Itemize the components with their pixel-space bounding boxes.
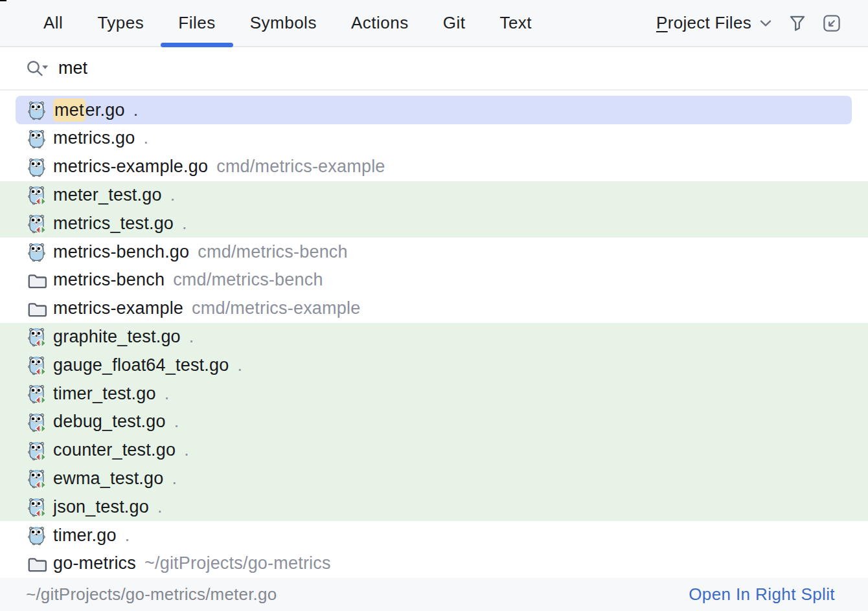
tab-label: Text <box>499 13 532 33</box>
tab-label: Files <box>178 13 215 33</box>
selection-highlight <box>16 96 852 124</box>
result-row[interactable]: metrics-example.go cmd/metrics-example <box>0 153 868 181</box>
search-everywhere-tabbar: AllTypesFilesSymbolsActionsGitText Proje… <box>0 0 868 47</box>
result-filename: counter_test.go <box>53 440 176 460</box>
filter-icon[interactable] <box>790 14 805 32</box>
statusbar: ~/gitProjects/go-metrics/meter.go Open I… <box>0 578 868 611</box>
go-test-file-icon <box>29 355 48 375</box>
go-file-icon <box>29 242 48 261</box>
result-row[interactable]: timer_test.go . <box>0 379 868 408</box>
result-location: ~/gitProjects/go-metrics <box>144 553 331 573</box>
result-row[interactable]: counter_test.go . <box>0 436 868 465</box>
tab-git[interactable]: Git <box>443 0 466 46</box>
result-filename: timer.go <box>53 526 117 546</box>
result-location: . <box>165 384 170 404</box>
go-test-file-icon <box>29 441 48 460</box>
result-location: . <box>174 412 179 432</box>
result-location: . <box>182 214 187 234</box>
result-row[interactable]: metrics.go . <box>0 124 868 153</box>
scope-label: Project Files <box>656 13 751 33</box>
result-filename: json_test.go <box>53 497 149 517</box>
result-location: cmd/metrics-bench <box>173 270 323 290</box>
tab-text[interactable]: Text <box>499 0 532 46</box>
result-location: . <box>157 497 163 517</box>
results-list: meter.go . metrics.go . <box>0 91 868 578</box>
result-filename: go-metrics <box>53 553 136 573</box>
search-with-history-icon[interactable] <box>27 60 49 76</box>
result-location: . <box>125 526 130 546</box>
scope-label-rest: roject Files <box>668 13 751 32</box>
result-row[interactable]: gauge_float64_test.go . <box>0 351 868 379</box>
tab-types[interactable]: Types <box>97 0 144 46</box>
go-file-icon <box>29 526 48 545</box>
scope-mnemonic: P <box>656 13 668 32</box>
result-filename: meter.go <box>53 100 125 120</box>
result-filename: metrics-example <box>53 298 183 318</box>
search-row[interactable]: met <box>0 47 868 91</box>
directory-icon <box>29 271 48 290</box>
result-row[interactable]: metrics-bench cmd/metrics-bench <box>0 266 868 294</box>
result-row[interactable]: graphite_test.go . <box>0 323 868 351</box>
tab-actions[interactable]: Actions <box>351 0 409 46</box>
result-filename: metrics-example.go <box>53 157 208 177</box>
result-location: . <box>184 440 189 460</box>
result-row[interactable]: meter.go . <box>0 96 868 124</box>
result-location: cmd/metrics-example <box>216 157 385 177</box>
result-row[interactable]: meter_test.go . <box>0 181 868 210</box>
result-row[interactable]: debug_test.go . <box>0 408 868 436</box>
directory-icon <box>29 554 48 573</box>
go-file-icon <box>29 157 48 177</box>
go-test-file-icon <box>29 327 48 346</box>
open-in-find-window-icon[interactable] <box>823 14 841 32</box>
go-test-file-icon <box>29 469 48 488</box>
result-location: . <box>237 355 242 375</box>
result-filename: gauge_float64_test.go <box>53 355 229 375</box>
go-file-icon <box>29 100 48 120</box>
result-filename: debug_test.go <box>53 412 166 432</box>
result-row[interactable]: metrics-example cmd/metrics-example <box>0 294 868 323</box>
result-location: . <box>172 469 177 489</box>
go-test-file-icon <box>29 185 48 205</box>
result-filename: timer_test.go <box>53 384 156 404</box>
result-filename: metrics_test.go <box>53 214 174 234</box>
tabs: AllTypesFilesSymbolsActionsGitText <box>43 0 532 46</box>
result-location: . <box>170 185 176 205</box>
tab-label: Symbols <box>250 13 317 33</box>
window-corner-artifact <box>0 0 6 1</box>
tab-symbols[interactable]: Symbols <box>250 0 317 46</box>
result-filename: metrics.go <box>53 128 135 148</box>
result-location: cmd/metrics-example <box>192 298 360 318</box>
result-row[interactable]: timer.go . <box>0 521 868 550</box>
go-test-file-icon <box>29 412 48 432</box>
directory-icon <box>29 299 48 318</box>
result-filename: graphite_test.go <box>53 327 181 347</box>
tab-files[interactable]: Files <box>178 0 215 46</box>
go-test-file-icon <box>29 384 48 403</box>
tab-all[interactable]: All <box>43 0 63 46</box>
tab-label: Types <box>97 13 144 33</box>
tab-label: Actions <box>351 13 409 33</box>
search-input[interactable]: met <box>58 58 87 78</box>
open-in-right-split-link[interactable]: Open In Right Split <box>689 584 835 605</box>
result-row[interactable]: metrics-bench.go cmd/metrics-bench <box>0 238 868 266</box>
result-filename: metrics-bench.go <box>53 242 189 262</box>
result-location: . <box>189 327 194 347</box>
result-row[interactable]: go-metrics ~/gitProjects/go-metrics <box>0 550 868 578</box>
result-row[interactable]: json_test.go . <box>0 493 868 521</box>
result-location: . <box>144 128 149 148</box>
result-filename: meter_test.go <box>53 185 162 205</box>
go-test-file-icon <box>29 214 48 233</box>
result-row[interactable]: ewma_test.go . <box>0 465 868 493</box>
result-location: cmd/metrics-bench <box>198 242 347 262</box>
tabbar-right-actions: Project Files <box>656 0 841 46</box>
tab-label: Git <box>443 13 466 33</box>
scope-selector[interactable]: Project Files <box>656 13 771 33</box>
match-highlight: met <box>53 98 86 122</box>
go-test-file-icon <box>29 497 48 517</box>
chevron-down-icon <box>760 19 771 27</box>
result-row[interactable]: metrics_test.go . <box>0 209 868 238</box>
result-filename: metrics-bench <box>53 270 165 290</box>
selected-file-path: ~/gitProjects/go-metrics/meter.go <box>26 584 277 605</box>
result-filename: ewma_test.go <box>53 469 164 489</box>
go-file-icon <box>29 129 48 148</box>
